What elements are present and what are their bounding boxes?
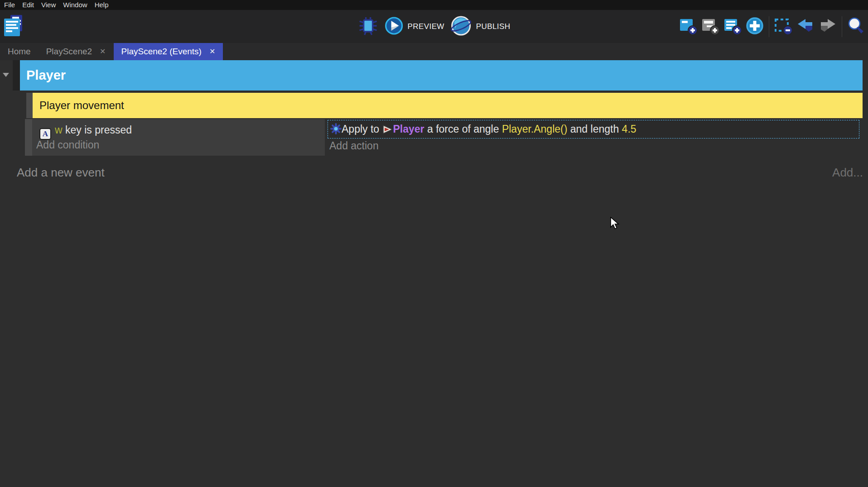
project-manager-button[interactable] — [4, 14, 24, 38]
menu-view[interactable]: View — [38, 0, 59, 10]
add-more-link[interactable]: Add... — [832, 166, 863, 180]
tab-close-icon[interactable]: ✕ — [209, 48, 215, 55]
debug-button[interactable] — [358, 15, 379, 38]
preview-label: PREVIEW — [408, 22, 444, 31]
undo-button[interactable] — [796, 15, 815, 38]
tab-label: PlayScene2 — [46, 47, 92, 57]
search-button[interactable] — [846, 15, 866, 38]
chevron-down-icon[interactable] — [3, 73, 9, 77]
condition-row[interactable]: Aw key is pressed — [39, 122, 132, 138]
redo-icon — [818, 16, 837, 37]
tab-playscene2[interactable]: PlayScene2 ✕ — [39, 43, 114, 60]
conditions-column: Aw key is pressed Add condition — [32, 119, 325, 156]
mouse-cursor — [610, 217, 620, 232]
action-prefix: Apply to — [342, 123, 382, 135]
menu-window[interactable]: Window — [59, 0, 91, 10]
action-text: and length — [567, 123, 622, 135]
add-subevent-icon — [701, 16, 720, 37]
add-new-event-link[interactable]: Add a new event — [17, 166, 105, 180]
action-object-name: Player — [393, 123, 424, 135]
toolbar-right — [678, 10, 866, 43]
undo-icon — [796, 16, 815, 37]
add-condition-link[interactable]: Add condition — [36, 139, 99, 151]
play-circle-icon — [385, 17, 403, 36]
add-event-icon — [679, 16, 698, 37]
toolbar-separator — [842, 16, 842, 37]
comment-event[interactable]: Player movement — [33, 93, 863, 118]
menu-edit[interactable]: Edit — [19, 0, 38, 10]
remove-event-button[interactable] — [773, 15, 793, 38]
preview-button[interactable]: PREVIEW — [385, 17, 444, 36]
tab-home[interactable]: Home — [0, 43, 39, 60]
action-expression: Player.Angle() — [502, 123, 567, 135]
comment-drag-handle[interactable] — [26, 93, 33, 118]
tab-label: Home — [8, 47, 31, 57]
globe-icon — [451, 15, 472, 38]
event-group-header[interactable]: Player — [20, 60, 863, 91]
tabbar: Home PlayScene2 ✕ PlayScene2 (Events) ✕ — [0, 43, 868, 60]
toolbar: PREVIEW PUBLISH — [0, 10, 868, 43]
menubar: File Edit View Window Help — [0, 0, 868, 10]
publish-button[interactable]: PUBLISH — [451, 15, 511, 38]
keyboard-key-icon: A — [39, 128, 51, 140]
choose-event-type-button[interactable] — [745, 15, 765, 38]
remove-event-icon — [774, 16, 793, 37]
player-object-icon — [382, 125, 393, 137]
force-icon — [330, 125, 342, 137]
event-drag-handle[interactable] — [25, 119, 32, 156]
publish-label: PUBLISH — [476, 22, 511, 31]
debug-bug-icon — [358, 15, 379, 38]
add-event-button[interactable] — [678, 15, 698, 38]
condition-text: key is pressed — [63, 124, 132, 136]
search-icon — [847, 16, 866, 37]
add-subevent-button[interactable] — [700, 15, 720, 38]
tab-close-icon[interactable]: ✕ — [100, 48, 106, 55]
menu-help[interactable]: Help — [91, 0, 112, 10]
toolbar-center: PREVIEW PUBLISH — [358, 10, 511, 43]
add-comment-icon — [723, 16, 742, 37]
tab-label: PlayScene2 (Events) — [121, 47, 202, 57]
group-drag-handle[interactable] — [13, 60, 20, 91]
toolbar-separator — [769, 16, 769, 37]
project-manager-icon — [4, 14, 24, 38]
action-value: 4.5 — [622, 123, 637, 135]
add-comment-button[interactable] — [723, 15, 743, 38]
action-text: a force of angle — [424, 123, 502, 135]
redo-button[interactable] — [818, 15, 838, 38]
add-circle-icon — [745, 16, 764, 37]
action-row-selected[interactable]: Apply to Player a force of angle Player.… — [328, 120, 859, 138]
add-action-link[interactable]: Add action — [329, 140, 379, 152]
tab-playscene2-events[interactable]: PlayScene2 (Events) ✕ — [114, 43, 223, 60]
menu-file[interactable]: File — [0, 0, 19, 10]
gdevelop-window: File Edit View Window Help — [0, 0, 868, 487]
condition-key-name: w — [55, 124, 63, 136]
